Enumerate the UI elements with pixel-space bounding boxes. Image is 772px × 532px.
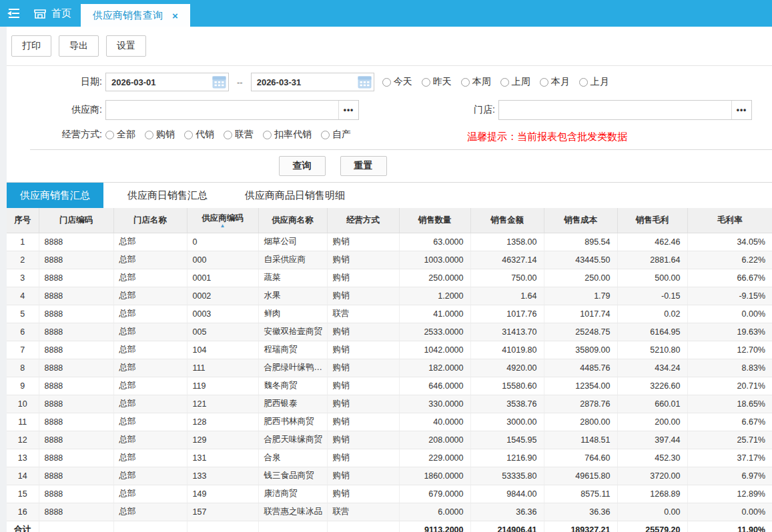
table-total-row: 合计9113.2000214906.41189327.2125579.2011.… [7, 521, 772, 532]
cell-sales-cost: 1.79 [544, 287, 617, 305]
cell-sales-cost: 25248.75 [544, 323, 617, 341]
column-header-gross-margin[interactable]: 毛利率 [687, 208, 772, 233]
calendar-icon[interactable] [358, 75, 372, 91]
cell-gross-margin: 6.67% [687, 413, 772, 431]
cell-seq: 6 [7, 323, 39, 341]
collapse-menu-icon[interactable] [0, 0, 27, 27]
column-header-gross-profit[interactable]: 销售毛利 [617, 208, 687, 233]
table-row[interactable]: 138888总部131合泉购销229.00001216.90764.60452.… [7, 449, 772, 467]
report-tab-supplier-daily-sales-summary[interactable]: 供应商日销售汇总 [109, 183, 226, 208]
table-row[interactable]: 58888总部0003鲜肉联营41.00001017.761017.740.02… [7, 305, 772, 323]
quick-date-yesterday[interactable]: 昨天 [422, 76, 452, 88]
table-row[interactable]: 168888总部157联营惠之味冰品联营6.000036.3636.360.00… [7, 503, 772, 521]
column-header-trade-mode[interactable]: 经营方式 [327, 208, 399, 233]
table-row[interactable]: 148888总部133钱三食品商贸购销1860.000053335.804961… [7, 467, 772, 485]
quick-date-this-month[interactable]: 本月 [540, 76, 570, 88]
store-lookup-group: ••• [498, 100, 752, 120]
supplier-input[interactable] [106, 101, 338, 119]
print-button[interactable]: 打印 [11, 35, 51, 57]
total-label: 合计 [7, 521, 39, 532]
mode-self-produced[interactable]: 自产 [321, 129, 351, 141]
supplier-lookup-button[interactable]: ••• [338, 101, 358, 119]
table-row[interactable]: 118888总部128肥西书林商贸购销40.00003000.002800.00… [7, 413, 772, 431]
cell-sales-cost: 36.36 [544, 503, 617, 521]
column-header-label: 序号 [14, 215, 31, 225]
column-header-sales-qty[interactable]: 销售数量 [399, 208, 470, 233]
quick-date-today[interactable]: 今天 [382, 76, 412, 88]
cell-sales-amount: 36.36 [470, 503, 544, 521]
table-row[interactable]: 78888总部104程瑞商贸购销1042.000041019.8035809.0… [7, 341, 772, 359]
table-row[interactable]: 108888总部121肥西银泰购销330.00003538.762878.766… [7, 395, 772, 413]
cell-supplier-name: 合肥天味缘商贸 [258, 431, 327, 449]
column-header-sales-amount[interactable]: 销售金额 [470, 208, 544, 233]
cell-sales-cost: 1148.51 [544, 431, 617, 449]
radio-circle-icon [382, 78, 391, 87]
date-from-input[interactable] [105, 73, 229, 91]
report-tab-supplier-sales-summary[interactable]: 供应商销售汇总 [7, 183, 103, 208]
column-header-label: 毛利率 [717, 215, 743, 225]
quick-date-last-week[interactable]: 上周 [500, 76, 530, 88]
table-row[interactable]: 128888总部129合肥天味缘商贸购销208.00001545.951148.… [7, 431, 772, 449]
column-header-seq[interactable]: 序号 [7, 208, 39, 233]
settings-button[interactable]: 设置 [106, 35, 146, 57]
cell-trade-mode: 购销 [327, 449, 399, 467]
cell-store-name: 总部 [113, 323, 187, 341]
table-row[interactable]: 98888总部119魏冬商贸购销646.000015580.6012354.00… [7, 377, 772, 395]
table-row[interactable]: 38888总部0001蔬菜购销250.0000750.00250.00500.0… [7, 269, 772, 287]
cell-sales-amount: 4920.00 [470, 359, 544, 377]
cell-gross-margin: 20.71% [687, 377, 772, 395]
table-row[interactable]: 68888总部005安徽双拾壹商贸购销2533.000031413.702524… [7, 323, 772, 341]
reset-button[interactable]: 重置 [340, 156, 387, 176]
store-input[interactable] [499, 101, 731, 119]
tab-supplier-sales-query[interactable]: 供应商销售查询 × [81, 4, 190, 27]
cell-gross-profit: 0.02 [617, 305, 687, 323]
cell-sales-qty: 2533.0000 [399, 323, 470, 341]
filter-form: 日期: -- [7, 66, 772, 183]
quick-date-last-month[interactable]: 上月 [579, 76, 609, 88]
cell-supplier-name: 肥西书林商贸 [258, 413, 327, 431]
cell-sales-amount: 1.64 [470, 287, 544, 305]
table-row[interactable]: 18888总部0烟草公司购销63.00001358.00895.54462.46… [7, 233, 772, 251]
mode-joint-venture[interactable]: 联营 [224, 129, 254, 141]
cell-store-name: 总部 [113, 503, 187, 521]
report-tab-supplier-product-daily-sales-detail[interactable]: 供应商商品日销售明细 [226, 183, 364, 208]
table-row[interactable]: 48888总部0002水果购销1.20001.641.79-0.15-9.15% [7, 287, 772, 305]
column-header-sales-cost[interactable]: 销售成本 [544, 208, 617, 233]
cell-seq: 7 [7, 341, 39, 359]
home-tab[interactable]: 首页 [27, 0, 81, 27]
cell-seq: 13 [7, 449, 39, 467]
close-tab-icon[interactable]: × [172, 10, 178, 21]
store-lookup-button[interactable]: ••• [731, 101, 751, 119]
mode-rate-consignment[interactable]: 扣率代销 [263, 129, 312, 141]
column-header-store-code[interactable]: 门店编码 [39, 208, 113, 233]
table-row[interactable]: 28888总部000自采供应商购销1003.000046327.1443445.… [7, 251, 772, 269]
quick-date-last-month-label: 上月 [591, 76, 609, 88]
cell-supplier-code: 005 [187, 323, 258, 341]
column-header-store-name[interactable]: 门店名称 [113, 208, 187, 233]
cell-supplier-code: 111 [187, 359, 258, 377]
column-header-supplier-name[interactable]: 供应商名称 [258, 208, 327, 233]
query-button[interactable]: 查询 [279, 156, 326, 176]
cell-store-code: 8888 [39, 287, 113, 305]
cell-store-name: 总部 [113, 449, 187, 467]
column-header-label: 经营方式 [346, 215, 380, 225]
date-to-input[interactable] [251, 73, 374, 91]
calendar-icon[interactable] [212, 75, 226, 91]
export-button[interactable]: 导出 [59, 35, 99, 57]
mode-all[interactable]: 全部 [105, 129, 135, 141]
cell-supplier-name: 安徽双拾壹商贸 [258, 323, 327, 341]
cell-sales-qty: 330.0000 [399, 395, 470, 413]
cell-gross-profit: 3720.00 [617, 467, 687, 485]
cell-sales-amount: 9844.00 [470, 485, 544, 503]
cell-gross-profit: -0.15 [617, 287, 687, 305]
table-row[interactable]: 88888总部111合肥绿叶缘鸭蛋...购销182.00004920.00448… [7, 359, 772, 377]
quick-date-this-week[interactable]: 本周 [461, 76, 491, 88]
table-row[interactable]: 158888总部149康洁商贸购销679.00009844.008575.111… [7, 485, 772, 503]
cell-trade-mode: 联营 [327, 305, 399, 323]
mode-purchase-sale[interactable]: 购销 [145, 129, 175, 141]
cell-seq: 1 [7, 233, 39, 251]
column-header-supplier-code[interactable]: 供应商编码▲ [187, 208, 258, 233]
cell-sales-amount: 46327.14 [470, 251, 544, 269]
cell-sales-cost: 2878.76 [544, 395, 617, 413]
mode-consignment[interactable]: 代销 [184, 129, 214, 141]
